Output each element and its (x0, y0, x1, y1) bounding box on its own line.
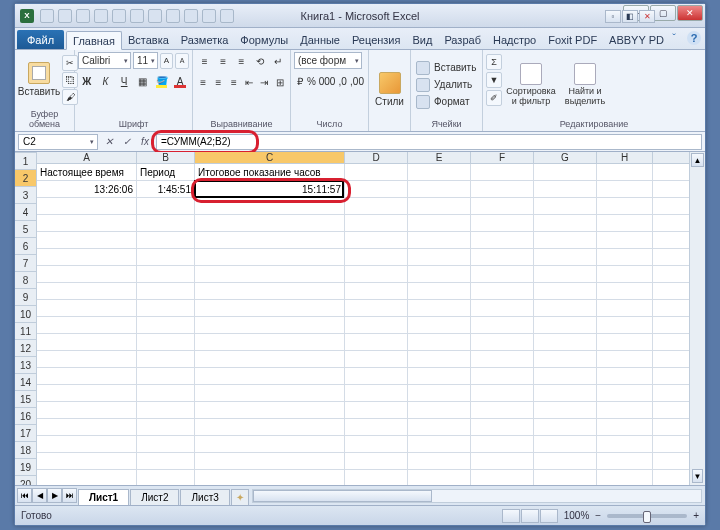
find-select-button[interactable]: Найти и выделить (560, 52, 610, 117)
row-header[interactable]: 11 (15, 323, 36, 340)
increase-font-icon[interactable]: A (160, 53, 174, 69)
tab-home[interactable]: Главная (66, 31, 122, 50)
cell[interactable] (597, 436, 653, 452)
scroll-down-icon[interactable]: ▼ (692, 469, 703, 483)
cell[interactable] (471, 419, 534, 435)
cell[interactable] (37, 470, 137, 485)
align-middle-icon[interactable]: ≡ (214, 52, 231, 70)
decrease-decimal-icon[interactable]: ,00 (349, 72, 365, 90)
cell[interactable] (597, 164, 653, 180)
sheet-tab[interactable]: Лист3 (180, 489, 229, 505)
cell[interactable] (534, 351, 597, 367)
cell[interactable] (345, 215, 408, 231)
row-header[interactable]: 9 (15, 289, 36, 306)
cell[interactable] (597, 368, 653, 384)
cell[interactable] (37, 368, 137, 384)
styles-button[interactable]: Стили (372, 52, 407, 127)
qat-btn[interactable] (184, 9, 198, 23)
column-header[interactable]: D (345, 152, 408, 163)
tab-review[interactable]: Рецензия (346, 30, 407, 49)
qat-btn[interactable] (148, 9, 162, 23)
cell[interactable] (195, 436, 345, 452)
cell[interactable] (534, 368, 597, 384)
column-header[interactable]: A (37, 152, 137, 163)
align-top-icon[interactable]: ≡ (196, 52, 213, 70)
enter-formula-icon[interactable]: ✓ (119, 134, 135, 150)
row-header[interactable]: 17 (15, 425, 36, 442)
decrease-indent-icon[interactable]: ⇤ (242, 73, 256, 91)
cell[interactable] (534, 453, 597, 469)
column-header[interactable]: F (471, 152, 534, 163)
cell[interactable] (471, 368, 534, 384)
cell[interactable] (597, 249, 653, 265)
zoom-out-button[interactable]: − (595, 510, 601, 521)
cell[interactable] (471, 215, 534, 231)
row-header[interactable]: 14 (15, 374, 36, 391)
cell[interactable] (408, 198, 471, 214)
cell[interactable] (471, 402, 534, 418)
cell[interactable] (137, 198, 195, 214)
cell[interactable] (408, 300, 471, 316)
cell[interactable] (471, 317, 534, 333)
cell[interactable] (534, 317, 597, 333)
cell[interactable] (345, 436, 408, 452)
tab-developer[interactable]: Разраб (438, 30, 487, 49)
delete-cells-button[interactable]: Удалить (414, 77, 479, 93)
align-center-icon[interactable]: ≡ (211, 73, 225, 91)
cell[interactable] (345, 368, 408, 384)
cancel-formula-icon[interactable]: ✕ (101, 134, 117, 150)
cell[interactable] (408, 385, 471, 401)
sort-filter-button[interactable]: Сортировка и фильтр (504, 52, 558, 117)
cell[interactable] (408, 419, 471, 435)
cell[interactable] (37, 215, 137, 231)
qat-undo-icon[interactable] (58, 9, 72, 23)
row-header[interactable]: 16 (15, 408, 36, 425)
tab-abbyy[interactable]: ABBYY PD (603, 30, 670, 49)
cell[interactable] (137, 385, 195, 401)
cell[interactable] (534, 181, 597, 197)
cell[interactable] (195, 334, 345, 350)
cell[interactable] (137, 402, 195, 418)
cell[interactable] (534, 283, 597, 299)
cell[interactable] (37, 317, 137, 333)
row-header[interactable]: 4 (15, 204, 36, 221)
book-close-icon[interactable]: ✕ (639, 10, 655, 23)
cell[interactable] (345, 402, 408, 418)
book-new-window-icon[interactable]: ▫ (605, 10, 621, 23)
cell[interactable]: Период (137, 164, 195, 180)
cell[interactable] (195, 249, 345, 265)
column-header[interactable]: G (534, 152, 597, 163)
cell[interactable] (597, 317, 653, 333)
tab-page-layout[interactable]: Разметка (175, 30, 235, 49)
tab-foxit[interactable]: Foxit PDF (542, 30, 603, 49)
qat-redo-icon[interactable] (76, 9, 90, 23)
cell[interactable] (137, 232, 195, 248)
cell[interactable] (408, 249, 471, 265)
cell[interactable] (408, 232, 471, 248)
font-color-icon[interactable]: A (171, 72, 189, 90)
tab-view[interactable]: Вид (406, 30, 438, 49)
cell[interactable] (37, 198, 137, 214)
cell[interactable] (195, 368, 345, 384)
cell[interactable] (597, 351, 653, 367)
tab-formulas[interactable]: Формулы (234, 30, 294, 49)
insert-cells-button[interactable]: Вставить (414, 60, 479, 76)
scroll-thumb[interactable] (253, 490, 432, 502)
tab-data[interactable]: Данные (294, 30, 346, 49)
cell[interactable] (137, 419, 195, 435)
qat-save-icon[interactable] (40, 9, 54, 23)
cell[interactable] (195, 198, 345, 214)
cell[interactable] (534, 436, 597, 452)
cell[interactable] (37, 232, 137, 248)
cell[interactable] (137, 283, 195, 299)
cell[interactable] (408, 351, 471, 367)
cell[interactable] (345, 283, 408, 299)
font-size-combo[interactable]: 11 (133, 52, 158, 69)
cell[interactable] (37, 300, 137, 316)
cell[interactable] (597, 283, 653, 299)
sheet-tab[interactable]: Лист1 (78, 489, 129, 505)
cell[interactable] (345, 470, 408, 485)
cell[interactable] (345, 164, 408, 180)
cell[interactable] (534, 385, 597, 401)
cell[interactable] (195, 419, 345, 435)
